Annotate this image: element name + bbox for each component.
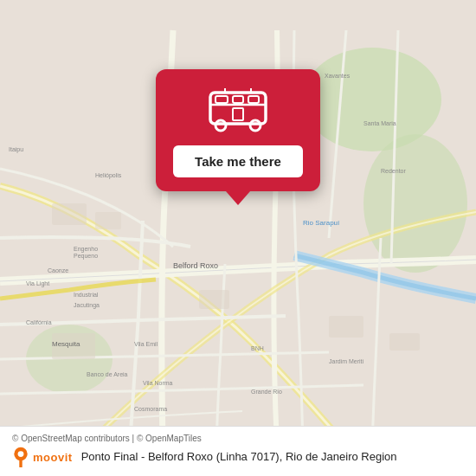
svg-text:Jardim Meriti: Jardim Meriti (329, 358, 364, 364)
svg-text:Itaipu: Itaipu (9, 146, 23, 153)
svg-text:Rio Sarapuí: Rio Sarapuí (303, 219, 340, 227)
bottom-bar: © OpenStreetMap contributors | © OpenMap… (0, 426, 476, 476)
svg-rect-36 (215, 96, 228, 103)
take-me-there-button[interactable]: Take me there (173, 145, 303, 177)
svg-rect-41 (233, 108, 243, 120)
svg-text:Mesquita: Mesquita (52, 340, 80, 348)
place-info: moovit Ponto Final - Belford Roxo (Linha… (12, 447, 464, 467)
svg-rect-38 (248, 96, 259, 103)
svg-rect-6 (199, 290, 229, 309)
svg-text:Cosmorama: Cosmorama (134, 406, 167, 412)
moovit-brand-text: moovit (33, 451, 73, 464)
svg-text:Pequeno: Pequeno (74, 253, 98, 260)
svg-rect-4 (52, 203, 87, 225)
svg-point-45 (18, 451, 24, 457)
svg-point-39 (215, 120, 226, 131)
svg-text:Jacutinga: Jacutinga (74, 302, 100, 309)
svg-point-40 (250, 120, 261, 131)
svg-text:Redentor: Redentor (381, 168, 406, 174)
svg-text:Banco de Areia: Banco de Areia (87, 371, 128, 377)
svg-text:Xavantes: Xavantes (325, 73, 351, 79)
moovit-logo: moovit (12, 447, 73, 467)
svg-text:Caonze: Caonze (48, 267, 68, 273)
map-container: Belford Roxo Mesquita Rio Sarapuí Via Li… (0, 0, 476, 476)
map-attribution: © OpenStreetMap contributors | © OpenMap… (12, 434, 464, 443)
svg-rect-37 (233, 96, 243, 103)
svg-text:Industrial: Industrial (74, 292, 99, 298)
location-popup: Take me there (156, 69, 320, 205)
svg-text:Belford Roxo: Belford Roxo (173, 261, 218, 270)
svg-text:Engenho: Engenho (74, 246, 98, 253)
popup-arrow (226, 191, 250, 205)
svg-rect-5 (95, 212, 121, 229)
moovit-pin-icon (12, 447, 29, 467)
svg-rect-8 (389, 333, 420, 351)
bus-icon (203, 85, 273, 137)
svg-rect-7 (329, 316, 363, 338)
svg-text:Califórnia: Califórnia (26, 319, 52, 325)
svg-text:Vila Norma: Vila Norma (143, 380, 173, 386)
svg-text:BNH: BNH (251, 345, 264, 351)
svg-text:Grande Rio: Grande Rio (251, 389, 282, 395)
svg-text:Santa Maria: Santa Maria (363, 120, 396, 126)
svg-text:Via Light: Via Light (26, 280, 49, 287)
place-name-text: Ponto Final - Belford Roxo (Linha 7017),… (81, 450, 397, 465)
popup-card: Take me there (156, 69, 320, 191)
svg-text:Vila Emil: Vila Emil (134, 341, 158, 347)
svg-text:Heliópolis: Heliópolis (95, 172, 122, 179)
